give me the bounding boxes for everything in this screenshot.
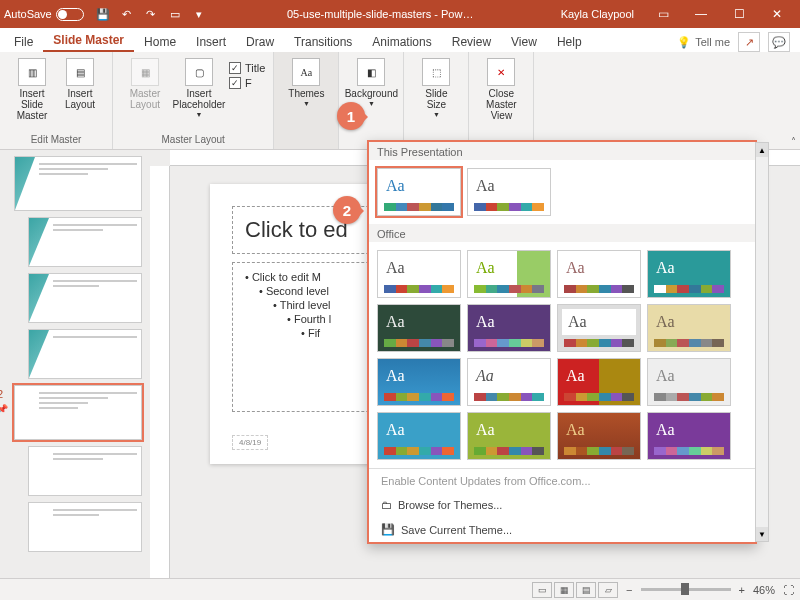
autosave-toggle[interactable] — [56, 8, 84, 21]
section-office: Office — [369, 224, 755, 242]
tab-view[interactable]: View — [501, 31, 547, 52]
theme-card[interactable]: Aa — [647, 304, 731, 352]
background-icon: ◧ — [357, 58, 385, 86]
layout-thumb[interactable] — [28, 217, 142, 267]
theme-card[interactable]: Aa — [467, 412, 551, 460]
ribbon-options-icon[interactable]: ▭ — [644, 0, 682, 28]
layout-icon: ▤ — [66, 58, 94, 86]
themes-icon: Aa — [292, 58, 320, 86]
theme-card[interactable]: Aa — [647, 412, 731, 460]
insert-placeholder-button[interactable]: ▢ Insert Placeholder ▼ — [175, 56, 223, 121]
group-edit-master: Edit Master — [31, 134, 82, 147]
thumbnail-pane[interactable]: 2 📌 — [0, 150, 150, 578]
zoom-slider[interactable] — [641, 588, 731, 591]
theme-card[interactable]: Aa — [467, 168, 551, 216]
zoom-out-icon[interactable]: − — [626, 584, 632, 596]
start-slideshow-icon[interactable]: ▭ — [164, 3, 186, 25]
tab-home[interactable]: Home — [134, 31, 186, 52]
ruler-vertical — [150, 166, 170, 578]
tab-animations[interactable]: Animations — [362, 31, 441, 52]
tab-file[interactable]: File — [4, 31, 43, 52]
tab-slide-master[interactable]: Slide Master — [43, 29, 134, 52]
scroll-down-icon[interactable]: ▼ — [756, 527, 768, 541]
tell-me-search[interactable]: 💡 Tell me — [677, 36, 730, 49]
master-layout-button: ▦ Master Layout — [121, 56, 169, 112]
browse-for-themes[interactable]: 🗀Browse for Themes... — [369, 493, 755, 517]
tab-transitions[interactable]: Transitions — [284, 31, 362, 52]
normal-view-icon[interactable]: ▭ — [532, 582, 552, 598]
ribbon: ▥ Insert Slide Master ▤ Insert Layout Ed… — [0, 52, 800, 150]
document-title: 05-use-multiple-slide-masters - Pow… — [210, 8, 551, 20]
zoom-level[interactable]: 46% — [753, 584, 775, 596]
slide-size-icon: ⬚ — [422, 58, 450, 86]
layout-thumb[interactable] — [28, 329, 142, 379]
tab-draw[interactable]: Draw — [236, 31, 284, 52]
share-button[interactable]: ↗ — [738, 32, 760, 52]
layout-thumb[interactable] — [28, 446, 142, 496]
theme-card[interactable]: Aa — [557, 358, 641, 406]
slide-master-thumb-2[interactable]: 2 📌 — [14, 385, 142, 440]
theme-card[interactable]: Aa — [467, 304, 551, 352]
flyout-scrollbar[interactable]: ▲ ▼ — [755, 142, 769, 542]
pin-icon: 📌 — [0, 404, 8, 414]
insert-layout-button[interactable]: ▤ Insert Layout — [56, 56, 104, 123]
themes-button[interactable]: Aa Themes ▼ — [282, 56, 330, 110]
tab-help[interactable]: Help — [547, 31, 592, 52]
flyout-footer: Enable Content Updates from Office.com..… — [369, 468, 755, 542]
theme-card[interactable]: Aa — [467, 250, 551, 298]
undo-icon[interactable]: ↶ — [116, 3, 138, 25]
zoom-in-icon[interactable]: + — [739, 584, 745, 596]
status-bar: ▭ ▦ ▤ ▱ − + 46% ⛶ — [0, 578, 800, 600]
theme-card[interactable]: Aa — [557, 412, 641, 460]
tab-insert[interactable]: Insert — [186, 31, 236, 52]
fit-window-icon[interactable]: ⛶ — [783, 584, 794, 596]
save-icon: 💾 — [381, 523, 395, 536]
theme-card[interactable]: Aa — [377, 250, 461, 298]
theme-card[interactable]: Aa — [377, 358, 461, 406]
callout-1: 1 — [337, 102, 365, 130]
close-master-view-button[interactable]: ✕ Close Master View — [477, 56, 525, 123]
theme-card[interactable]: Aa — [377, 168, 461, 216]
reading-view-icon[interactable]: ▤ — [576, 582, 596, 598]
qat-more-icon[interactable]: ▾ — [188, 3, 210, 25]
slide-master-icon: ▥ — [18, 58, 46, 86]
layout-thumb[interactable] — [28, 502, 142, 552]
master-layout-icon: ▦ — [131, 58, 159, 86]
tab-review[interactable]: Review — [442, 31, 501, 52]
slide-size-button[interactable]: ⬚ Slide Size ▼ — [412, 56, 460, 121]
theme-card[interactable]: Aa — [557, 250, 641, 298]
layout-thumb[interactable] — [28, 273, 142, 323]
comments-button[interactable]: 💬 — [768, 32, 790, 52]
folder-icon: 🗀 — [381, 499, 392, 511]
save-icon[interactable]: 💾 — [92, 3, 114, 25]
footers-checkbox[interactable]: ✓F — [229, 77, 265, 89]
redo-icon[interactable]: ↷ — [140, 3, 162, 25]
save-current-theme[interactable]: 💾Save Current Theme... — [369, 517, 755, 542]
maximize-icon[interactable]: ☐ — [720, 0, 758, 28]
chevron-down-icon: ▼ — [433, 111, 440, 119]
chevron-down-icon: ▼ — [303, 100, 310, 108]
title-bar: AutoSave 💾 ↶ ↷ ▭ ▾ 05-use-multiple-slide… — [0, 0, 800, 28]
collapse-ribbon-icon[interactable]: ˄ — [791, 136, 796, 147]
autosave-label: AutoSave — [4, 8, 52, 20]
theme-card[interactable]: Aa — [647, 358, 731, 406]
title-checkbox[interactable]: ✓Title — [229, 62, 265, 74]
theme-card[interactable]: Aa — [557, 304, 641, 352]
chevron-down-icon: ▼ — [368, 100, 375, 108]
sorter-view-icon[interactable]: ▦ — [554, 582, 574, 598]
themes-gallery-flyout: ▲ ▼ This Presentation Aa Aa Office Aa Aa… — [367, 140, 757, 544]
insert-slide-master-button[interactable]: ▥ Insert Slide Master — [8, 56, 56, 123]
theme-card[interactable]: Aa — [377, 304, 461, 352]
lightbulb-icon: 💡 — [677, 36, 691, 49]
theme-card[interactable]: Aa — [467, 358, 551, 406]
theme-card[interactable]: Aa — [377, 412, 461, 460]
slideshow-view-icon[interactable]: ▱ — [598, 582, 618, 598]
theme-card[interactable]: Aa — [647, 250, 731, 298]
close-icon: ✕ — [487, 58, 515, 86]
minimize-icon[interactable]: — — [682, 0, 720, 28]
scroll-up-icon[interactable]: ▲ — [756, 143, 768, 157]
user-name[interactable]: Kayla Claypool — [561, 8, 634, 20]
close-window-icon[interactable]: ✕ — [758, 0, 796, 28]
slide-master-thumb-1[interactable] — [14, 156, 142, 211]
date-placeholder[interactable]: 4/8/19 — [232, 435, 268, 450]
